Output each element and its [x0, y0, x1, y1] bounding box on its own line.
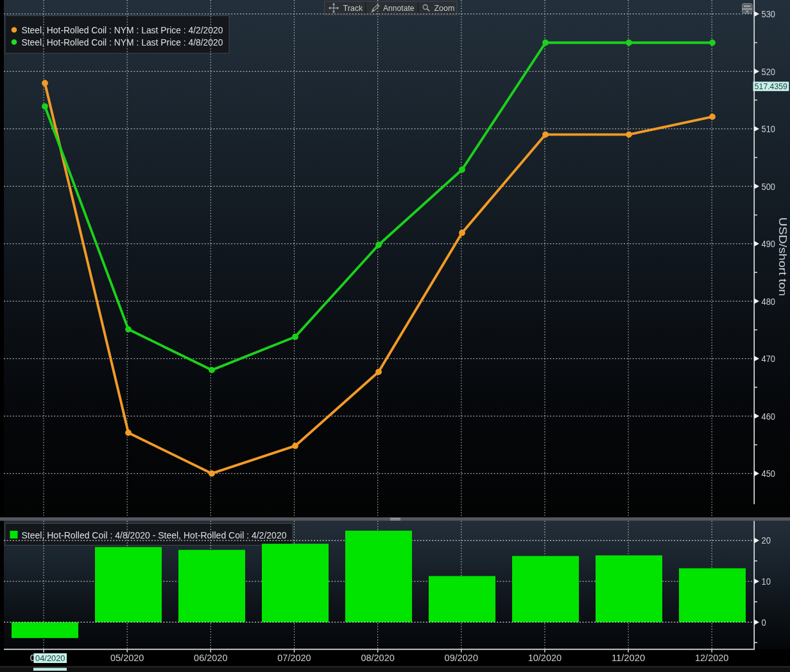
svg-text:12/2020: 12/2020	[695, 652, 728, 663]
svg-text:04/2020: 04/2020	[35, 653, 65, 663]
svg-text:06/2020: 06/2020	[194, 652, 227, 663]
svg-text:510: 510	[762, 123, 776, 134]
svg-text:500: 500	[762, 181, 776, 192]
svg-text:Annotate: Annotate	[383, 4, 415, 13]
svg-text:08/2020: 08/2020	[361, 652, 394, 663]
svg-text:520: 520	[762, 66, 776, 77]
svg-text:11/2020: 11/2020	[612, 652, 645, 663]
svg-text:480: 480	[762, 296, 776, 307]
svg-text:470: 470	[762, 353, 776, 364]
svg-text:Steel, Hot-Rolled Coil : NYM :: Steel, Hot-Rolled Coil : NYM : Last Pric…	[22, 24, 223, 35]
svg-text:10: 10	[762, 576, 771, 587]
svg-text:Steel, Hot-Rolled Coil : 4/8/2: Steel, Hot-Rolled Coil : 4/8/2020 - Stee…	[22, 530, 287, 540]
svg-text:09/2020: 09/2020	[445, 652, 478, 663]
svg-text:USD/short ton: USD/short ton	[777, 218, 788, 297]
svg-text:460: 460	[762, 411, 776, 422]
svg-text:450: 450	[762, 468, 776, 479]
svg-text:0: 0	[762, 617, 766, 628]
svg-text:Steel, Hot-Rolled Coil : NYM :: Steel, Hot-Rolled Coil : NYM : Last Pric…	[22, 37, 223, 47]
svg-text:10/2020: 10/2020	[528, 652, 562, 663]
svg-text:Zoom: Zoom	[434, 4, 454, 13]
svg-text:Track: Track	[343, 4, 364, 13]
svg-text:07/2020: 07/2020	[277, 652, 311, 663]
svg-text:530: 530	[762, 8, 776, 19]
svg-text:20: 20	[762, 535, 771, 546]
svg-text:517.4359: 517.4359	[755, 82, 787, 91]
svg-text:05/2020: 05/2020	[110, 652, 144, 663]
svg-text:490: 490	[762, 238, 776, 249]
